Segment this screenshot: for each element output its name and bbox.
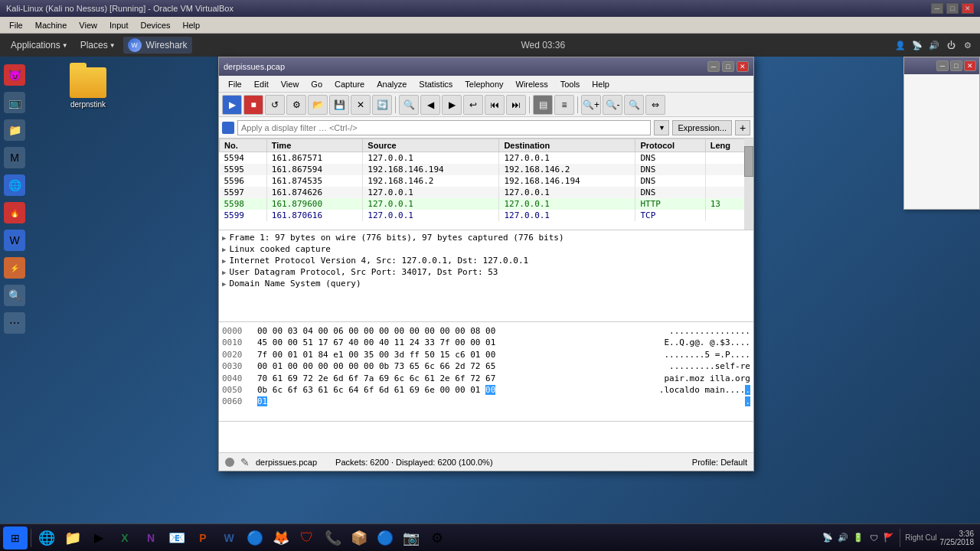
sidebar-icon-files[interactable]: 📁 (4, 119, 25, 141)
ws-menu-help[interactable]: Help (586, 78, 616, 90)
ws-btn-goto[interactable]: ↩ (463, 95, 483, 115)
table-row[interactable]: 5595 161.867594 192.168.146.194 192.168.… (220, 164, 753, 175)
menu-view[interactable]: View (73, 19, 103, 31)
taskbar-outlook[interactable]: 📧 (165, 527, 189, 549)
ws-minimize-btn[interactable]: ─ (707, 61, 720, 72)
detail-udp[interactable]: ▶ User Datagram Protocol, Src Port: 3401… (219, 266, 753, 278)
wireshark-taskbar[interactable]: W Wireshark (123, 37, 192, 54)
ws-btn-first[interactable]: ⏮ (485, 95, 505, 115)
taskbar-excel[interactable]: X (113, 527, 137, 549)
edit-icon[interactable]: ✎ (240, 456, 250, 468)
taskbar-firefox[interactable]: 🦊 (269, 527, 293, 549)
sidebar-icon-mail[interactable]: M (4, 147, 25, 168)
table-row[interactable]: 5598 161.879600 127.0.0.1 127.0.0.1 HTTP… (220, 198, 753, 210)
ws-btn-zoom-normal[interactable]: 🔍 (624, 95, 644, 115)
sidebar-icon-terminal[interactable]: 📺 (4, 92, 25, 113)
table-row[interactable]: 5596 161.874535 192.168.146.2 192.168.14… (220, 175, 753, 187)
ws-menu-capture[interactable]: Capture (328, 78, 371, 90)
detail-dns[interactable]: ▶ Domain Name System (query) (219, 278, 753, 289)
sw-maximize[interactable]: □ (950, 60, 962, 71)
sw-close[interactable]: ✕ (964, 60, 976, 71)
table-row[interactable]: 5599 161.870616 127.0.0.1 127.0.0.1 TCP (220, 210, 753, 221)
expression-button[interactable]: Expression... (672, 120, 732, 135)
ws-btn-find[interactable]: 🔍 (399, 95, 419, 115)
ws-btn-restart[interactable]: ↺ (265, 95, 285, 115)
ws-btn-zoom-in[interactable]: 🔍+ (581, 95, 601, 115)
applications-menu[interactable]: Applications ▼ (6, 38, 73, 52)
ws-btn-reload[interactable]: 🔄 (372, 95, 392, 115)
ws-close-btn[interactable]: ✕ (737, 61, 749, 72)
ws-btn-resize[interactable]: ⇔ (645, 95, 665, 115)
ws-menu-analyze[interactable]: Analyze (371, 78, 413, 90)
ws-btn-start[interactable]: ▶ (222, 95, 242, 115)
taskbar-app2[interactable]: 🔵 (373, 527, 397, 549)
menu-help[interactable]: Help (177, 19, 207, 31)
ws-btn-stop[interactable]: ■ (243, 95, 263, 115)
ws-btn-next[interactable]: ▶ (442, 95, 462, 115)
scroll-thumb[interactable] (744, 146, 753, 177)
menu-devices[interactable]: Devices (134, 19, 176, 31)
taskbar-skype[interactable]: 📞 (321, 527, 345, 549)
sidebar-icon-scanner[interactable]: 🔍 (4, 285, 25, 306)
menu-machine[interactable]: Machine (29, 19, 74, 31)
ws-menu-statistics[interactable]: Statistics (413, 78, 459, 90)
ws-menu-go[interactable]: Go (305, 78, 328, 90)
ws-btn-zoom-out[interactable]: 🔍- (603, 95, 622, 115)
sidebar-icon-red[interactable]: 😈 (4, 64, 25, 86)
ws-menu-file[interactable]: File (222, 78, 248, 90)
detail-frame[interactable]: ▶ Frame 1: 97 bytes on wire (776 bits), … (219, 232, 753, 243)
taskbar-word[interactable]: W (217, 527, 241, 549)
ws-btn-colorize[interactable]: ▤ (533, 95, 553, 115)
taskbar-ie[interactable]: 🌐 (34, 527, 59, 549)
taskbar-vmware[interactable]: 📦 (347, 527, 371, 549)
packet-table-container[interactable]: No. Time Source Destination Protocol Len… (219, 139, 753, 230)
sidebar-icon-browser[interactable]: 🌐 (4, 174, 25, 196)
taskbar-camera[interactable]: 📷 (399, 527, 423, 549)
taskbar-powerpoint[interactable]: P (191, 527, 215, 549)
ws-btn-save[interactable]: 💾 (329, 95, 349, 115)
ws-menu-wireless[interactable]: Wireless (510, 78, 554, 90)
ws-maximize-btn[interactable]: □ (722, 61, 734, 72)
places-menu[interactable]: Places ▼ (76, 38, 120, 52)
sidebar-icon-wireshark[interactable]: W (4, 230, 25, 251)
sidebar-icon-more[interactable]: ⋯ (4, 312, 25, 334)
ws-menu-telephony[interactable]: Telephony (459, 78, 509, 90)
window-controls[interactable]: ─ □ ✕ (931, 3, 974, 14)
detail-linux[interactable]: ▶ Linux cooked capture (219, 243, 753, 255)
ws-btn-close[interactable]: ✕ (351, 95, 371, 115)
taskbar-security[interactable]: 🛡 (295, 527, 319, 549)
menu-input[interactable]: Input (103, 19, 134, 31)
add-filter-button[interactable]: + (735, 120, 750, 135)
ws-window-controls[interactable]: ─ □ ✕ (707, 61, 749, 72)
ws-btn-list[interactable]: ≡ (554, 95, 574, 115)
filter-dropdown[interactable]: ▼ (654, 120, 669, 135)
minimize-button[interactable]: ─ (931, 3, 943, 14)
sidebar-icon-burp[interactable]: 🔥 (4, 202, 25, 223)
table-row[interactable]: 5594 161.867571 127.0.0.1 127.0.0.1 DNS (220, 152, 753, 165)
taskbar-explorer[interactable]: 📁 (60, 527, 85, 549)
maximize-button[interactable]: □ (946, 3, 959, 14)
ws-btn-open[interactable]: 📂 (308, 95, 328, 115)
menu-file[interactable]: File (3, 19, 29, 31)
ws-menu-tools[interactable]: Tools (554, 78, 586, 90)
table-row[interactable]: 5597 161.874626 127.0.0.1 127.0.0.1 DNS (220, 187, 753, 198)
sidebar-icon-exploit[interactable]: ⚡ (4, 257, 25, 279)
toolbar-sep-1 (395, 96, 396, 113)
close-button[interactable]: ✕ (962, 3, 974, 14)
settings-icon[interactable]: ⚙ (962, 39, 974, 51)
ws-btn-last[interactable]: ⏭ (506, 95, 526, 115)
scrollbar[interactable] (744, 139, 753, 230)
ws-btn-options[interactable]: ⚙ (286, 95, 306, 115)
sw-minimize[interactable]: ─ (936, 60, 949, 71)
start-button[interactable]: ⊞ (3, 527, 28, 549)
ws-menu-edit[interactable]: Edit (248, 78, 275, 90)
taskbar-media[interactable]: ▶ (87, 527, 111, 549)
ws-btn-prev[interactable]: ◀ (420, 95, 440, 115)
filter-input[interactable] (237, 120, 651, 135)
taskbar-settings-app[interactable]: ⚙ (425, 527, 449, 549)
detail-ip[interactable]: ▶ Internet Protocol Version 4, Src: 127.… (219, 255, 753, 266)
ws-menu-view[interactable]: View (275, 78, 305, 90)
taskbar-chrome[interactable]: 🔵 (243, 527, 267, 549)
desktop-icon-folder[interactable]: derpnstink (61, 64, 115, 112)
taskbar-onenote[interactable]: N (139, 527, 163, 549)
